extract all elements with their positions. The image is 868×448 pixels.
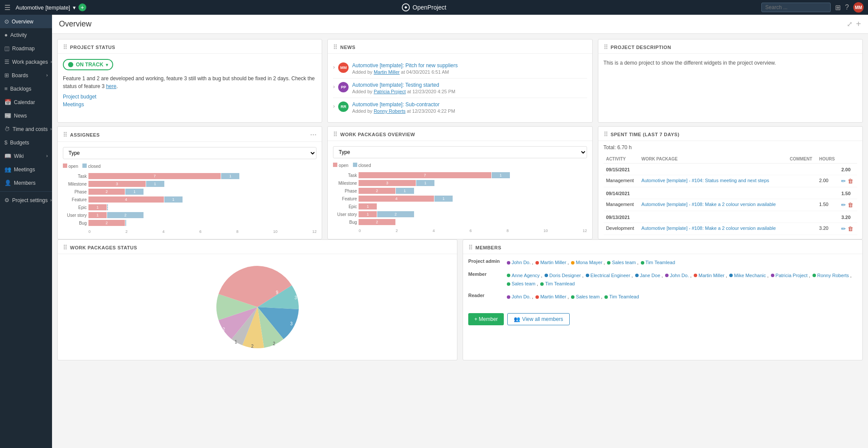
avatar[interactable]: MM [853,2,864,13]
overview-icon: ⊙ [4,18,9,25]
action-icons: ✏ 🗑 [841,226,855,232]
member-link[interactable]: Ronny Roberts [817,272,849,280]
member-link[interactable]: Mike Mechanic [734,272,766,280]
sidebar-item-roadmap[interactable]: ◫ Roadmap [0,42,52,55]
member-link[interactable]: Martin Miller [540,259,566,267]
sidebar-item-meetings[interactable]: 👥 Meetings [0,163,52,176]
wp-link[interactable]: Automotive [template] - #104: Status mee… [641,178,769,183]
drag-handle[interactable]: ⠿ [333,44,338,51]
member-link[interactable]: Jane Doe [640,272,660,280]
member-link[interactable]: Tim Teamlead [646,259,675,267]
member-link[interactable]: Martin Miller [698,272,724,280]
delete-icon[interactable]: 🗑 [848,226,853,232]
assignees-menu-icon[interactable]: ··· [310,131,317,139]
news-author-link-1[interactable]: Martin Miller [374,69,400,75]
drag-handle[interactable]: ⠿ [604,44,608,51]
activity-cell: Development [604,223,639,235]
add-widget-icon[interactable]: + [856,19,861,29]
drag-handle[interactable]: ⠿ [63,131,68,138]
delete-icon[interactable]: 🗑 [848,202,853,208]
project-name[interactable]: Automotive [template] [16,4,70,11]
search-input[interactable] [761,3,831,12]
sidebar-item-news[interactable]: 📰 News [0,109,52,122]
member-link[interactable]: Patricia Project [776,272,808,280]
wp-bar-legend: open closed [333,163,587,168]
wp-legend-closed: closed [353,163,371,168]
members-section: Project admin John Do., Martin Miller, M… [463,254,862,310]
sidebar-item-activity[interactable]: ● Activity [0,28,52,42]
news-meta-3: Added by Ronny Roberts at 12/23/2020 4:2… [352,108,587,114]
edit-icon[interactable]: ✏ [841,202,846,208]
drag-handle[interactable]: ⠿ [604,131,608,138]
member-dot [641,261,644,265]
topbar-right: ⊞ ? MM [761,2,864,13]
sidebar-item-budgets[interactable]: $ Budgets [0,136,52,149]
status-description: Feature 1 and 2 are developed and workin… [63,75,317,90]
bar-row: Phase 2 1 [333,188,587,194]
member-link[interactable]: Tim Teamlead [609,293,639,301]
member-link[interactable]: Sales team [512,280,535,288]
member-dot [729,274,733,277]
news-chevron-1: › [333,64,335,70]
sidebar-item-time-costs[interactable]: ⏱ Time and costs › [0,122,52,136]
sidebar-item-members[interactable]: 👤 Members [0,176,52,190]
help-icon[interactable]: ? [845,3,849,11]
news-title-2[interactable]: Automotive [template]: Testing started [352,82,587,88]
member-link[interactable]: Electrical Engineer [591,272,630,280]
sidebar-item-work-packages[interactable]: ☰ Work packages › [0,55,52,69]
status-link-here[interactable]: here [106,83,116,89]
sidebar-item-wiki[interactable]: 📖 Wiki › [0,149,52,163]
member-link[interactable]: Tim Teamlead [545,280,574,288]
meetings-link[interactable]: Meetings [63,101,317,108]
news-title-3[interactable]: Automotive [template]: Sub-contractor [352,101,587,108]
expand-icon[interactable]: ⤢ [847,20,852,28]
wp-status-widget: ⠿ WORK PACKAGES STATUS [57,239,457,360]
view-all-members-button[interactable]: 👥 View all members [507,313,569,325]
wp-link[interactable]: Automotive [template] - #108: Make a 2 c… [641,226,776,231]
bar-row: Epic 1 0 [63,204,317,210]
sidebar-item-backlogs[interactable]: ≡ Backlogs [0,82,52,95]
member-link[interactable]: John Do. [512,293,531,301]
sidebar-label-news: News [14,113,27,119]
edit-icon[interactable]: ✏ [841,178,846,184]
calendar-icon: 📅 [4,99,11,105]
assignees-filter-select[interactable]: Type Status Priority [63,147,317,159]
add-member-button[interactable]: + Member [468,313,504,325]
wp-overview-filter-select[interactable]: Type Status Priority [333,146,587,158]
project-budget-link[interactable]: Project budget [63,94,317,100]
member-link[interactable]: Anne Agency [512,272,540,280]
add-project-icon[interactable]: + [78,3,86,11]
news-title-1[interactable]: Automotive [template]: Pitch for new sup… [352,62,587,69]
row3: ⠿ WORK PACKAGES STATUS [52,239,868,366]
boards-icon: ⊞ [4,72,9,78]
member-link[interactable]: Sales team [612,259,636,267]
member-link[interactable]: Sales team [576,293,600,301]
news-author-link-2[interactable]: Patricia Project [374,89,406,94]
delete-icon[interactable]: 🗑 [848,178,853,184]
wp-status-header: ⠿ WORK PACKAGES STATUS [58,240,457,254]
sidebar-item-boards[interactable]: ⊞ Boards › [0,69,52,82]
wp-link[interactable]: Automotive [template] - #108: Make a 2 c… [641,202,776,207]
member-role-member: Member Anne Agency, Doris Designer, Elec… [468,271,857,288]
sidebar-item-overview[interactable]: ⊙ Overview [0,15,52,28]
member-link[interactable]: Doris Designer [549,272,581,280]
drag-handle[interactable]: ⠿ [333,131,338,138]
grid-icon[interactable]: ⊞ [835,3,841,12]
news-author-link-3[interactable]: Ronny Roberts [374,108,405,114]
drag-handle[interactable]: ⠿ [63,244,68,251]
bar-label: Feature [333,196,357,201]
sidebar-item-calendar[interactable]: 📅 Calendar [0,95,52,109]
drag-handle[interactable]: ⠿ [63,44,68,51]
member-link[interactable]: John Do. [670,272,689,280]
project-dropdown-icon[interactable]: ▾ [73,4,76,11]
hamburger-icon[interactable]: ☰ [4,3,10,12]
bar-row: Epic 1 [333,203,587,209]
member-link[interactable]: Mona Mayer [576,259,602,267]
member-link[interactable]: John Do. [512,259,531,267]
wp-overview-title: WORK PACKAGES OVERVIEW [340,132,415,137]
status-dropdown-icon[interactable]: ▾ [106,62,108,67]
drag-handle[interactable]: ⠿ [468,244,473,251]
sidebar-item-project-settings[interactable]: ⚙ Project settings › [0,193,52,207]
edit-icon[interactable]: ✏ [841,226,846,232]
member-link[interactable]: Martin Miller [540,293,566,301]
